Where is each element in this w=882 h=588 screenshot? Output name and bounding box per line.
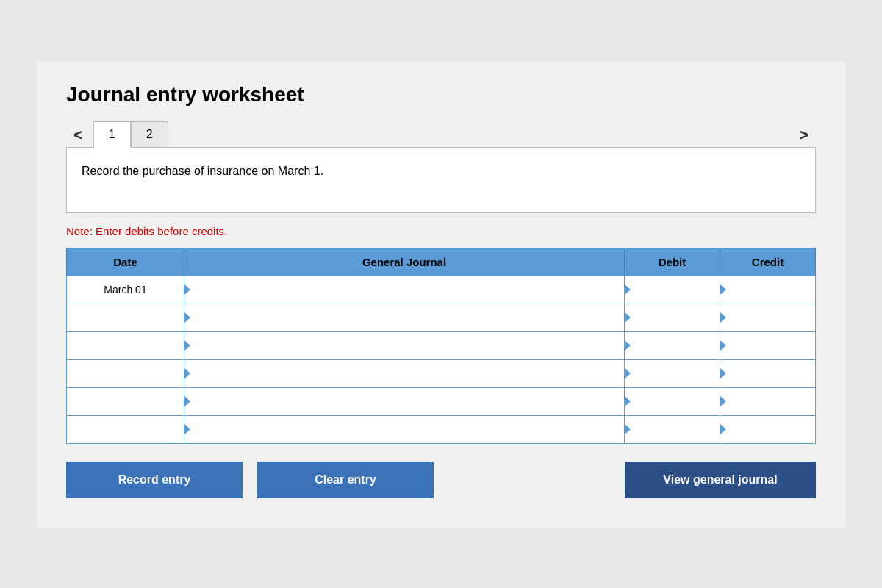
table-row xyxy=(67,331,816,359)
note-text: Note: Enter debits before credits. xyxy=(66,225,816,237)
tri-journal-5 xyxy=(184,424,190,434)
debit-input-1[interactable] xyxy=(625,304,720,331)
debit-input-4[interactable] xyxy=(625,388,720,415)
journal-cell-5[interactable] xyxy=(184,415,625,443)
date-value-0: March 01 xyxy=(98,281,152,298)
credit-cell-1[interactable] xyxy=(720,304,816,331)
record-entry-button[interactable]: Record entry xyxy=(66,462,243,498)
tri-credit-3 xyxy=(720,368,726,379)
tri-journal-4 xyxy=(184,396,190,406)
debit-cell-4[interactable] xyxy=(625,387,720,415)
credit-cell-5[interactable] xyxy=(720,415,816,443)
date-cell-5 xyxy=(67,415,184,443)
journal-cell-3[interactable] xyxy=(184,359,625,387)
tabs-container: 1 2 xyxy=(93,121,816,148)
tri-debit-5 xyxy=(625,424,631,434)
journal-input-3[interactable] xyxy=(184,360,624,387)
clear-entry-button[interactable]: Clear entry xyxy=(257,462,434,498)
debit-cell-1[interactable] xyxy=(625,304,720,331)
table-row xyxy=(67,387,816,415)
debit-input-0[interactable] xyxy=(625,276,720,304)
journal-cell-4[interactable] xyxy=(184,387,625,415)
credit-input-2[interactable] xyxy=(720,332,815,359)
tabs-row: < 1 2 > xyxy=(66,121,816,148)
col-header-credit: Credit xyxy=(720,248,816,276)
debit-cell-3[interactable] xyxy=(625,359,720,387)
tri-debit-0 xyxy=(625,284,631,295)
date-cell-0: March 01 xyxy=(67,276,184,304)
debit-cell-5[interactable] xyxy=(625,415,720,443)
instruction-box: Record the purchase of insurance on Marc… xyxy=(66,147,816,213)
journal-input-5[interactable] xyxy=(184,416,624,443)
date-cell-4 xyxy=(67,387,184,415)
tri-journal-2 xyxy=(184,340,190,351)
credit-cell-3[interactable] xyxy=(720,359,816,387)
credit-input-5[interactable] xyxy=(720,416,815,443)
tri-journal-3 xyxy=(184,368,190,379)
credit-input-0[interactable] xyxy=(720,276,815,304)
col-header-date: Date xyxy=(67,248,184,276)
view-general-journal-button[interactable]: View general journal xyxy=(625,462,816,498)
col-header-debit: Debit xyxy=(625,248,720,276)
journal-cell-0[interactable] xyxy=(184,276,625,304)
instruction-text: Record the purchase of insurance on Marc… xyxy=(82,165,323,177)
tri-debit-2 xyxy=(625,340,631,351)
journal-input-0[interactable] xyxy=(184,276,624,304)
journal-cell-1[interactable] xyxy=(184,304,625,331)
page-title: Journal entry worksheet xyxy=(66,83,816,107)
table-row xyxy=(67,304,816,331)
journal-input-4[interactable] xyxy=(184,388,624,415)
journal-input-2[interactable] xyxy=(184,332,624,359)
tri-credit-5 xyxy=(720,424,726,434)
tri-debit-4 xyxy=(625,396,631,406)
credit-input-3[interactable] xyxy=(720,360,815,387)
debit-cell-2[interactable] xyxy=(625,331,720,359)
credit-input-4[interactable] xyxy=(720,388,815,415)
table-row xyxy=(67,359,816,387)
tab-2[interactable]: 2 xyxy=(131,121,168,148)
buttons-row: Record entry Clear entry View general jo… xyxy=(66,462,816,498)
debit-input-5[interactable] xyxy=(625,416,720,443)
credit-cell-4[interactable] xyxy=(720,387,816,415)
credit-input-1[interactable] xyxy=(720,304,815,331)
prev-arrow-button[interactable]: < xyxy=(66,123,90,148)
debit-input-3[interactable] xyxy=(625,360,720,387)
tri-credit-1 xyxy=(720,312,726,323)
credit-cell-0[interactable] xyxy=(720,276,816,304)
tri-journal-1 xyxy=(184,312,190,323)
tab-1[interactable]: 1 xyxy=(93,121,131,148)
debit-input-2[interactable] xyxy=(625,332,720,359)
worksheet-container: Journal entry worksheet < 1 2 > Record t… xyxy=(37,61,845,528)
journal-input-1[interactable] xyxy=(184,304,624,331)
date-cell-1 xyxy=(67,304,184,331)
tri-debit-1 xyxy=(625,312,631,323)
debit-cell-0[interactable] xyxy=(625,276,720,304)
tri-debit-3 xyxy=(625,368,631,379)
credit-cell-2[interactable] xyxy=(720,331,816,359)
date-cell-3 xyxy=(67,359,184,387)
col-header-journal: General Journal xyxy=(184,248,625,276)
tri-credit-2 xyxy=(720,340,726,351)
table-row: March 01 xyxy=(67,276,816,304)
tri-credit-0 xyxy=(720,284,726,295)
tri-journal-0 xyxy=(184,284,190,295)
tri-credit-4 xyxy=(720,396,726,406)
next-arrow-button[interactable]: > xyxy=(792,123,816,148)
table-row xyxy=(67,415,816,443)
journal-cell-2[interactable] xyxy=(184,331,625,359)
date-cell-2 xyxy=(67,331,184,359)
journal-table: Date General Journal Debit Credit March … xyxy=(66,248,816,444)
